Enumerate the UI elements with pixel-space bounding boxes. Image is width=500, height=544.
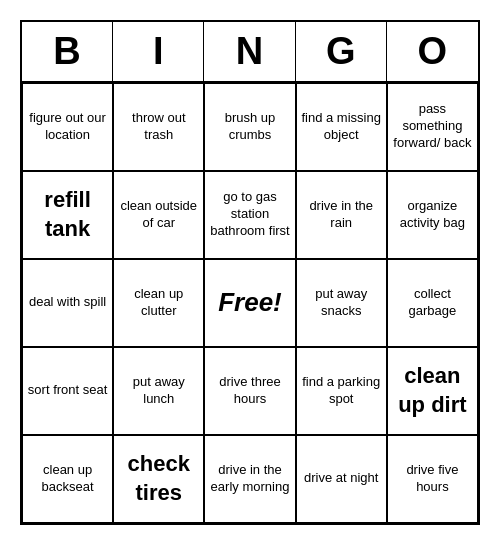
bingo-cell-21: check tires [113, 435, 204, 523]
bingo-cell-19: clean up dirt [387, 347, 478, 435]
bingo-cell-10: deal with spill [22, 259, 113, 347]
bingo-cell-24: drive five hours [387, 435, 478, 523]
bingo-cell-17: drive three hours [204, 347, 295, 435]
bingo-letter-n: N [204, 22, 295, 81]
bingo-header: BINGO [22, 22, 478, 83]
bingo-letter-b: B [22, 22, 113, 81]
bingo-cell-14: collect garbage [387, 259, 478, 347]
bingo-cell-8: drive in the rain [296, 171, 387, 259]
bingo-cell-18: find a parking spot [296, 347, 387, 435]
bingo-cell-15: sort front seat [22, 347, 113, 435]
bingo-grid: figure out our locationthrow out trashbr… [22, 83, 478, 523]
bingo-cell-23: drive at night [296, 435, 387, 523]
bingo-cell-2: brush up crumbs [204, 83, 295, 171]
free-space: Free! [204, 259, 295, 347]
bingo-cell-1: throw out trash [113, 83, 204, 171]
bingo-cell-0: figure out our location [22, 83, 113, 171]
bingo-cell-3: find a missing object [296, 83, 387, 171]
bingo-cell-13: put away snacks [296, 259, 387, 347]
bingo-cell-16: put away lunch [113, 347, 204, 435]
bingo-cell-6: clean outside of car [113, 171, 204, 259]
bingo-cell-11: clean up clutter [113, 259, 204, 347]
bingo-card: BINGO figure out our locationthrow out t… [20, 20, 480, 525]
bingo-cell-22: drive in the early morning [204, 435, 295, 523]
bingo-letter-g: G [296, 22, 387, 81]
bingo-cell-9: organize activity bag [387, 171, 478, 259]
bingo-letter-i: I [113, 22, 204, 81]
bingo-cell-7: go to gas station bathroom first [204, 171, 295, 259]
bingo-cell-20: clean up backseat [22, 435, 113, 523]
bingo-letter-o: O [387, 22, 478, 81]
bingo-cell-4: pass something forward/ back [387, 83, 478, 171]
bingo-cell-5: refill tank [22, 171, 113, 259]
